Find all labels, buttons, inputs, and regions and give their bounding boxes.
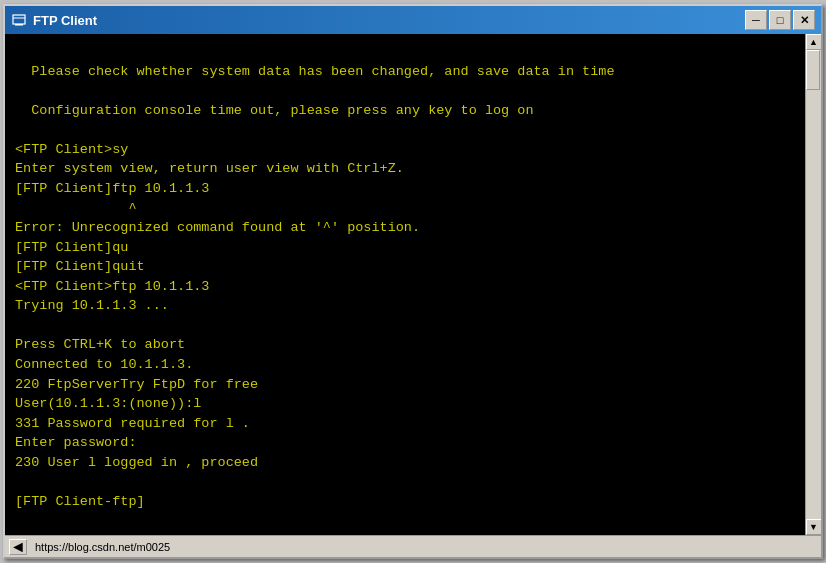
status-arrow-button[interactable]: ◄ xyxy=(9,539,27,555)
content-area: Please check whether system data has bee… xyxy=(5,34,821,535)
svg-rect-2 xyxy=(15,24,23,26)
window-icon xyxy=(11,12,27,28)
maximize-button[interactable]: □ xyxy=(769,10,791,30)
title-bar: FTP Client ─ □ ✕ xyxy=(5,6,821,34)
scroll-down-button[interactable]: ▼ xyxy=(806,519,822,535)
scrollbar[interactable]: ▲ ▼ xyxy=(805,34,821,535)
terminal-output[interactable]: Please check whether system data has bee… xyxy=(5,34,805,535)
svg-rect-0 xyxy=(13,15,25,24)
status-bar: ◄ https://blog.csdn.net/m0025 xyxy=(5,535,821,557)
scroll-thumb[interactable] xyxy=(806,50,820,90)
main-window: FTP Client ─ □ ✕ Please check whether sy… xyxy=(3,4,823,559)
window-controls: ─ □ ✕ xyxy=(745,10,815,30)
status-url: https://blog.csdn.net/m0025 xyxy=(31,541,821,553)
scroll-track xyxy=(806,50,821,519)
scroll-up-button[interactable]: ▲ xyxy=(806,34,822,50)
window-title: FTP Client xyxy=(33,13,745,28)
minimize-button[interactable]: ─ xyxy=(745,10,767,30)
close-button[interactable]: ✕ xyxy=(793,10,815,30)
